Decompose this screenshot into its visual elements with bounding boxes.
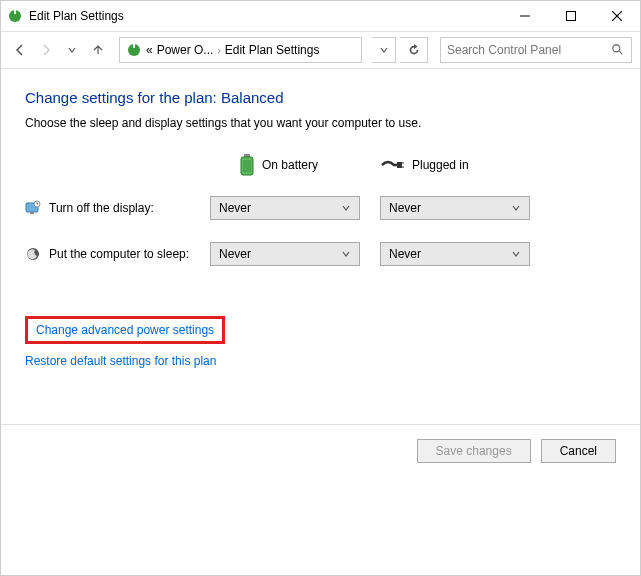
breadcrumb-prefix: «: [146, 43, 153, 57]
refresh-button[interactable]: [400, 37, 428, 63]
svg-rect-1: [14, 10, 16, 14]
minimize-button[interactable]: [502, 1, 548, 31]
plugged-label: Plugged in: [412, 158, 469, 172]
page-title: Change settings for the plan: Balanced: [25, 89, 616, 106]
breadcrumb-bar[interactable]: « Power O... › Edit Plan Settings: [119, 37, 362, 63]
svg-rect-13: [397, 162, 402, 168]
highlight-annotation: Change advanced power settings: [25, 316, 225, 344]
sleep-label: Put the computer to sleep:: [49, 247, 189, 261]
plug-icon: [380, 157, 404, 173]
battery-icon: [240, 154, 254, 176]
back-button[interactable]: [9, 38, 31, 62]
column-headers: On battery Plugged in: [25, 154, 616, 176]
cancel-button[interactable]: Cancel: [541, 439, 616, 463]
svg-rect-7: [133, 44, 135, 48]
svg-rect-17: [30, 212, 34, 214]
recent-locations-button[interactable]: [61, 38, 83, 62]
footer: Save changes Cancel: [1, 424, 640, 477]
sleep-battery-dropdown[interactable]: Never: [210, 242, 360, 266]
battery-label: On battery: [262, 158, 318, 172]
breadcrumb-part1[interactable]: Power O...: [157, 43, 214, 57]
chevron-down-icon: [341, 249, 351, 259]
power-icon: [126, 42, 142, 58]
sleep-setting-row: Put the computer to sleep: Never Never: [25, 242, 616, 266]
display-plugged-dropdown[interactable]: Never: [380, 196, 530, 220]
chevron-right-icon: ›: [217, 45, 220, 56]
up-button[interactable]: [87, 38, 109, 62]
close-button[interactable]: [594, 1, 640, 31]
advanced-settings-link[interactable]: Change advanced power settings: [36, 323, 214, 337]
window-controls: [502, 1, 640, 31]
svg-line-9: [619, 51, 623, 55]
sleep-plugged-dropdown[interactable]: Never: [380, 242, 530, 266]
search-input[interactable]: [447, 43, 611, 57]
display-setting-row: Turn off the display: Never Never: [25, 196, 616, 220]
restore-defaults-link[interactable]: Restore default settings for this plan: [25, 354, 216, 368]
chevron-down-icon: [341, 203, 351, 213]
titlebar: Edit Plan Settings: [1, 1, 640, 31]
display-battery-dropdown[interactable]: Never: [210, 196, 360, 220]
svg-rect-12: [243, 160, 251, 172]
chevron-down-icon: [511, 249, 521, 259]
maximize-button[interactable]: [548, 1, 594, 31]
display-label: Turn off the display:: [49, 201, 154, 215]
toolbar: « Power O... › Edit Plan Settings: [1, 31, 640, 69]
breadcrumb-part2[interactable]: Edit Plan Settings: [225, 43, 320, 57]
sleep-icon: [25, 246, 41, 262]
save-button[interactable]: Save changes: [417, 439, 531, 463]
content-area: Change settings for the plan: Balanced C…: [1, 69, 640, 404]
search-icon: [611, 43, 625, 57]
display-icon: [25, 200, 41, 216]
page-subtext: Choose the sleep and display settings th…: [25, 116, 616, 130]
svg-point-8: [613, 45, 620, 52]
window-title: Edit Plan Settings: [29, 9, 502, 23]
chevron-down-icon: [511, 203, 521, 213]
window-icon: [7, 8, 23, 24]
breadcrumb-dropdown-button[interactable]: [372, 37, 396, 63]
svg-rect-3: [567, 12, 576, 21]
forward-button[interactable]: [35, 38, 57, 62]
search-box[interactable]: [440, 37, 632, 63]
